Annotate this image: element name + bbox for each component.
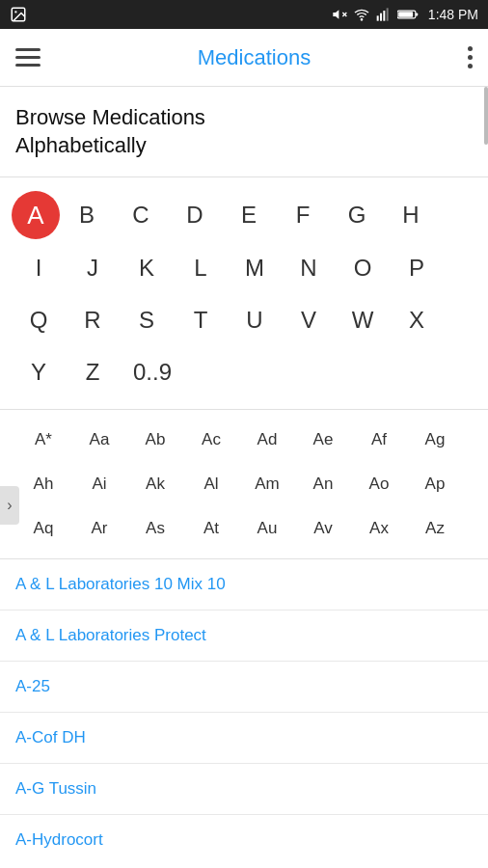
alpha-letter-A[interactable]: A [12,191,60,239]
browse-line1: Browse Medications [15,105,205,129]
alpha-letter-V[interactable]: V [282,297,336,343]
sub-letter-Au[interactable]: Au [239,508,295,549]
alpha-letter-X[interactable]: X [390,297,444,343]
svg-rect-6 [377,15,379,20]
sub-letter-Ax[interactable]: Ax [351,508,407,549]
alpha-letter-J[interactable]: J [66,245,120,291]
more-dot-2 [468,55,473,60]
image-icon [10,6,27,23]
sub-row-2: Ah Ai Ak Al Am An Ao Ap [15,464,473,504]
more-options-button[interactable] [464,42,476,72]
sub-letter-Ac[interactable]: Ac [183,420,239,460]
page-title: Medications [44,45,464,70]
side-arrow-button[interactable]: › [0,486,19,525]
med-item-0[interactable]: A & L Laboratories 10 Mix 10 [0,559,488,610]
medication-list: A & L Laboratories 10 Mix 10 A & L Labor… [0,559,488,865]
sub-letter-Af[interactable]: Af [351,420,407,460]
sub-letter-Ap[interactable]: Ap [407,464,463,504]
hamburger-line-1 [15,48,41,51]
sub-letter-As[interactable]: As [127,508,183,549]
mute-icon [332,7,347,22]
sub-row-3: Aq Ar As At Au Av Ax Az [15,508,473,549]
sub-letter-Al[interactable]: Al [183,464,239,504]
alpha-letter-E[interactable]: E [222,192,276,238]
svg-point-1 [14,11,16,13]
alpha-row-2: I J K L M N O P [12,245,476,291]
med-item-4[interactable]: A-G Tussin [0,764,488,815]
sub-letter-Az[interactable]: Az [407,508,463,549]
med-item-1[interactable]: A & L Laboratories Protect [0,610,488,662]
sub-letter-Aa[interactable]: Aa [71,420,127,460]
status-bar: 1:48 PM [0,0,488,29]
alpha-letter-Q[interactable]: Q [12,297,66,343]
battery-icon [397,8,419,21]
browse-header: Browse Medications Alphabetically [0,87,488,177]
sub-letter-Ah[interactable]: Ah [15,464,71,504]
alphabet-section: › A B C D E F G H I J K L M N O P Q R S [0,177,488,410]
sub-letter-An[interactable]: An [295,464,351,504]
alpha-row-1: A B C D E F G H [12,191,476,239]
alpha-letter-B[interactable]: B [60,192,114,238]
main-content: Browse Medications Alphabetically › A B … [0,87,488,868]
svg-point-5 [361,19,362,20]
sub-letter-Ai[interactable]: Ai [71,464,127,504]
alpha-letter-R[interactable]: R [66,297,120,343]
hamburger-line-3 [15,64,41,67]
alpha-letter-O[interactable]: O [336,245,390,291]
signal-icon [376,7,392,22]
alpha-letter-G[interactable]: G [330,192,384,238]
status-bar-icons: 1:48 PM [332,7,478,22]
med-item-5[interactable]: A-Hydrocort [0,815,488,865]
svg-rect-7 [380,14,382,21]
alpha-letter-H[interactable]: H [384,192,438,238]
browse-line2: Alphabetically [15,133,147,157]
alpha-letter-Y[interactable]: Y [12,349,66,395]
alpha-letter-0-9[interactable]: 0..9 [120,349,235,395]
sub-letter-Ag[interactable]: Ag [407,420,463,460]
time-display: 1:48 PM [428,7,478,22]
sub-letter-Ao[interactable]: Ao [351,464,407,504]
sub-letter-Am[interactable]: Am [239,464,295,504]
sub-letter-Ak[interactable]: Ak [127,464,183,504]
med-item-2[interactable]: A-25 [0,662,488,713]
alpha-letter-S[interactable]: S [120,297,174,343]
more-dot-1 [468,46,473,51]
svg-marker-2 [333,10,339,18]
more-dot-3 [468,64,473,68]
alpha-letter-Z[interactable]: Z [66,349,120,395]
alpha-row-3: Q R S T U V W X [12,297,476,343]
sub-letter-Av[interactable]: Av [295,508,351,549]
alpha-letter-F[interactable]: F [276,192,330,238]
alpha-letter-U[interactable]: U [228,297,282,343]
alpha-letter-L[interactable]: L [174,245,228,291]
med-item-3[interactable]: A-Cof DH [0,713,488,764]
alpha-letter-M[interactable]: M [228,245,282,291]
alpha-letter-N[interactable]: N [282,245,336,291]
sub-row-1: A* Aa Ab Ac Ad Ae Af Ag [15,420,473,460]
alpha-letter-W[interactable]: W [336,297,390,343]
alpha-letter-I[interactable]: I [12,245,66,291]
sub-letter-Ae[interactable]: Ae [295,420,351,460]
sub-letter-Ad[interactable]: Ad [239,420,295,460]
sub-letter-At[interactable]: At [183,508,239,549]
svg-rect-12 [398,12,413,17]
svg-rect-9 [387,8,389,20]
alpha-letter-C[interactable]: C [114,192,168,238]
wifi-icon [353,7,370,22]
alpha-letter-T[interactable]: T [174,297,228,343]
svg-rect-8 [383,11,385,21]
sub-letter-Ab[interactable]: Ab [127,420,183,460]
alpha-letter-D[interactable]: D [168,192,222,238]
sub-letter-Ar[interactable]: Ar [71,508,127,549]
alpha-letter-P[interactable]: P [390,245,444,291]
status-bar-left [10,6,27,23]
alpha-letter-K[interactable]: K [120,245,174,291]
hamburger-line-2 [15,56,41,59]
sub-letters-section: A* Aa Ab Ac Ad Ae Af Ag Ah Ai Ak Al Am A… [0,410,488,559]
hamburger-menu-button[interactable] [12,44,44,70]
sub-letter-Aq[interactable]: Aq [15,508,71,549]
alpha-row-4: Y Z 0..9 [12,349,476,395]
sub-letter-Astar[interactable]: A* [15,420,71,460]
browse-header-text: Browse Medications Alphabetically [15,104,473,159]
svg-rect-11 [416,13,418,15]
